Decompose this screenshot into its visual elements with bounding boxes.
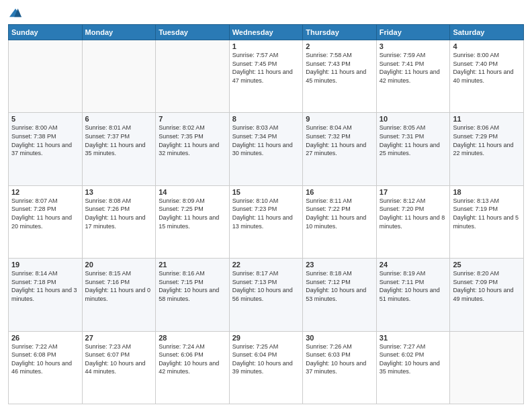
calendar-cell: 30Sunrise: 7:26 AM Sunset: 6:03 PM Dayli… xyxy=(303,331,377,404)
calendar-week-row: 12Sunrise: 8:07 AM Sunset: 7:28 PM Dayli… xyxy=(9,185,524,258)
day-number: 18 xyxy=(453,188,521,196)
day-number: 9 xyxy=(306,115,373,123)
calendar-cell: 16Sunrise: 8:11 AM Sunset: 7:22 PM Dayli… xyxy=(303,185,377,258)
day-info: Sunrise: 8:12 AM Sunset: 7:20 PM Dayligh… xyxy=(380,197,447,230)
calendar-cell: 21Sunrise: 8:16 AM Sunset: 7:15 PM Dayli… xyxy=(156,259,230,331)
day-number: 8 xyxy=(232,115,300,123)
day-number: 5 xyxy=(11,115,79,123)
day-number: 12 xyxy=(11,188,79,196)
calendar-cell: 4Sunrise: 8:00 AM Sunset: 7:40 PM Daylig… xyxy=(450,40,524,113)
weekday-header: Tuesday xyxy=(156,25,230,40)
calendar-cell: 1Sunrise: 7:57 AM Sunset: 7:45 PM Daylig… xyxy=(229,40,303,113)
calendar-cell: 2Sunrise: 7:58 AM Sunset: 7:43 PM Daylig… xyxy=(303,40,377,113)
day-info: Sunrise: 7:25 AM Sunset: 6:04 PM Dayligh… xyxy=(232,342,300,376)
day-number: 25 xyxy=(453,261,521,269)
day-info: Sunrise: 8:18 AM Sunset: 7:12 PM Dayligh… xyxy=(306,269,373,303)
day-number: 1 xyxy=(232,42,300,50)
calendar-cell: 24Sunrise: 8:19 AM Sunset: 7:11 PM Dayli… xyxy=(376,259,450,331)
day-info: Sunrise: 8:05 AM Sunset: 7:31 PM Dayligh… xyxy=(380,124,447,157)
calendar-cell: 5Sunrise: 8:00 AM Sunset: 7:38 PM Daylig… xyxy=(9,113,83,185)
day-info: Sunrise: 8:10 AM Sunset: 7:23 PM Dayligh… xyxy=(232,197,300,230)
day-number: 4 xyxy=(453,42,521,50)
calendar-cell: 26Sunrise: 7:22 AM Sunset: 6:08 PM Dayli… xyxy=(9,331,83,404)
day-number: 23 xyxy=(306,261,373,269)
day-info: Sunrise: 8:07 AM Sunset: 7:28 PM Dayligh… xyxy=(11,197,79,230)
day-number: 22 xyxy=(232,261,300,269)
calendar-week-row: 19Sunrise: 8:14 AM Sunset: 7:18 PM Dayli… xyxy=(9,259,524,331)
calendar-week-row: 1Sunrise: 7:57 AM Sunset: 7:45 PM Daylig… xyxy=(9,40,524,113)
calendar-cell: 13Sunrise: 8:08 AM Sunset: 7:26 PM Dayli… xyxy=(82,185,156,258)
day-info: Sunrise: 8:19 AM Sunset: 7:11 PM Dayligh… xyxy=(380,269,447,303)
day-info: Sunrise: 7:23 AM Sunset: 6:07 PM Dayligh… xyxy=(85,342,153,376)
calendar-cell: 17Sunrise: 8:12 AM Sunset: 7:20 PM Dayli… xyxy=(376,185,450,258)
calendar-cell: 15Sunrise: 8:10 AM Sunset: 7:23 PM Dayli… xyxy=(229,185,303,258)
calendar-table: SundayMondayTuesdayWednesdayThursdayFrid… xyxy=(8,24,524,404)
day-number: 24 xyxy=(380,261,447,269)
day-number: 20 xyxy=(85,261,153,269)
calendar-cell: 22Sunrise: 8:17 AM Sunset: 7:13 PM Dayli… xyxy=(229,259,303,331)
day-info: Sunrise: 8:04 AM Sunset: 7:32 PM Dayligh… xyxy=(306,124,373,157)
day-number: 10 xyxy=(380,115,447,123)
day-number: 7 xyxy=(159,115,226,123)
day-number: 6 xyxy=(85,115,153,123)
calendar-cell: 29Sunrise: 7:25 AM Sunset: 6:04 PM Dayli… xyxy=(229,331,303,404)
day-number: 14 xyxy=(159,188,226,196)
day-info: Sunrise: 7:59 AM Sunset: 7:41 PM Dayligh… xyxy=(380,51,447,85)
logo-icon xyxy=(9,7,21,19)
calendar-cell: 10Sunrise: 8:05 AM Sunset: 7:31 PM Dayli… xyxy=(376,113,450,185)
day-number: 2 xyxy=(306,42,373,50)
day-info: Sunrise: 8:02 AM Sunset: 7:35 PM Dayligh… xyxy=(159,124,226,157)
day-number: 27 xyxy=(85,334,153,342)
calendar-cell: 3Sunrise: 7:59 AM Sunset: 7:41 PM Daylig… xyxy=(376,40,450,113)
day-info: Sunrise: 8:16 AM Sunset: 7:15 PM Dayligh… xyxy=(159,269,226,303)
day-info: Sunrise: 7:58 AM Sunset: 7:43 PM Dayligh… xyxy=(306,51,373,85)
logo xyxy=(8,7,21,19)
calendar-cell: 11Sunrise: 8:06 AM Sunset: 7:29 PM Dayli… xyxy=(450,113,524,185)
calendar-cell: 18Sunrise: 8:13 AM Sunset: 7:19 PM Dayli… xyxy=(450,185,524,258)
day-info: Sunrise: 7:57 AM Sunset: 7:45 PM Dayligh… xyxy=(232,51,300,85)
day-number: 16 xyxy=(306,188,373,196)
day-info: Sunrise: 8:11 AM Sunset: 7:22 PM Dayligh… xyxy=(306,197,373,230)
day-info: Sunrise: 8:01 AM Sunset: 7:37 PM Dayligh… xyxy=(85,124,153,157)
calendar-cell xyxy=(82,40,156,113)
day-number: 31 xyxy=(380,334,447,342)
calendar-cell: 9Sunrise: 8:04 AM Sunset: 7:32 PM Daylig… xyxy=(303,113,377,185)
day-info: Sunrise: 8:17 AM Sunset: 7:13 PM Dayligh… xyxy=(232,269,300,303)
weekday-header: Wednesday xyxy=(229,25,303,40)
calendar-cell: 7Sunrise: 8:02 AM Sunset: 7:35 PM Daylig… xyxy=(156,113,230,185)
calendar-cell: 23Sunrise: 8:18 AM Sunset: 7:12 PM Dayli… xyxy=(303,259,377,331)
calendar-cell: 20Sunrise: 8:15 AM Sunset: 7:16 PM Dayli… xyxy=(82,259,156,331)
calendar-cell xyxy=(9,40,83,113)
day-info: Sunrise: 8:15 AM Sunset: 7:16 PM Dayligh… xyxy=(85,269,153,303)
day-number: 11 xyxy=(453,115,521,123)
calendar-cell xyxy=(450,331,524,404)
day-info: Sunrise: 8:20 AM Sunset: 7:09 PM Dayligh… xyxy=(453,269,521,303)
calendar-cell: 31Sunrise: 7:27 AM Sunset: 6:02 PM Dayli… xyxy=(376,331,450,404)
day-info: Sunrise: 8:00 AM Sunset: 7:40 PM Dayligh… xyxy=(453,51,521,85)
day-info: Sunrise: 8:08 AM Sunset: 7:26 PM Dayligh… xyxy=(85,197,153,230)
day-info: Sunrise: 7:26 AM Sunset: 6:03 PM Dayligh… xyxy=(306,342,373,376)
calendar-week-row: 5Sunrise: 8:00 AM Sunset: 7:38 PM Daylig… xyxy=(9,113,524,185)
weekday-header: Thursday xyxy=(303,25,377,40)
weekday-header-row: SundayMondayTuesdayWednesdayThursdayFrid… xyxy=(9,25,524,40)
weekday-header: Saturday xyxy=(450,25,524,40)
day-number: 30 xyxy=(306,334,373,342)
day-number: 17 xyxy=(380,188,447,196)
day-info: Sunrise: 8:09 AM Sunset: 7:25 PM Dayligh… xyxy=(159,197,226,230)
day-number: 3 xyxy=(380,42,447,50)
day-number: 26 xyxy=(11,334,79,342)
day-number: 15 xyxy=(232,188,300,196)
day-number: 21 xyxy=(159,261,226,269)
calendar-cell: 28Sunrise: 7:24 AM Sunset: 6:06 PM Dayli… xyxy=(156,331,230,404)
weekday-header: Sunday xyxy=(9,25,83,40)
day-info: Sunrise: 8:06 AM Sunset: 7:29 PM Dayligh… xyxy=(453,124,521,157)
calendar-cell: 27Sunrise: 7:23 AM Sunset: 6:07 PM Dayli… xyxy=(82,331,156,404)
calendar-cell: 14Sunrise: 8:09 AM Sunset: 7:25 PM Dayli… xyxy=(156,185,230,258)
header xyxy=(8,7,524,19)
calendar-cell: 12Sunrise: 8:07 AM Sunset: 7:28 PM Dayli… xyxy=(9,185,83,258)
day-info: Sunrise: 7:24 AM Sunset: 6:06 PM Dayligh… xyxy=(159,342,226,376)
day-number: 29 xyxy=(232,334,300,342)
weekday-header: Monday xyxy=(82,25,156,40)
day-info: Sunrise: 8:03 AM Sunset: 7:34 PM Dayligh… xyxy=(232,124,300,157)
day-number: 13 xyxy=(85,188,153,196)
